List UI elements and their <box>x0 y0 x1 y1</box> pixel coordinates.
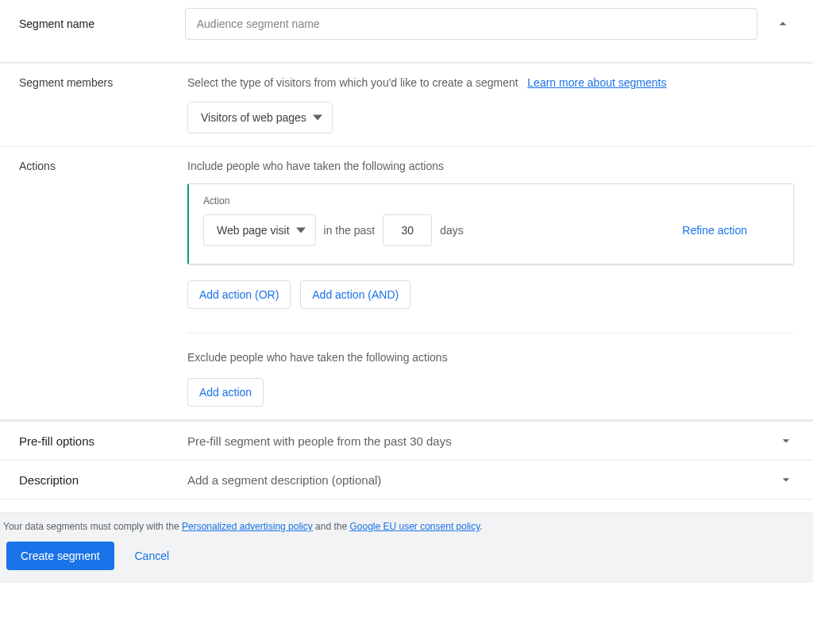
days-suffix-text: days <box>440 224 464 237</box>
add-action-and-button[interactable]: Add action (AND) <box>300 280 410 309</box>
chevron-down-icon <box>778 472 794 488</box>
cancel-button[interactable]: Cancel <box>130 549 175 563</box>
create-segment-button[interactable]: Create segment <box>6 542 114 570</box>
prefill-row[interactable]: Pre-fill options Pre-fill segment with p… <box>0 422 813 461</box>
compliance-text: Your data segments must comply with the … <box>3 521 810 532</box>
segment-name-section: Segment name <box>0 0 813 64</box>
description-row[interactable]: Description Add a segment description (o… <box>0 461 813 499</box>
personalized-policy-link[interactable]: Personalized advertising policy <box>182 521 313 532</box>
action-card: Action Web page visit in the past days R… <box>187 183 794 264</box>
actions-label: Actions <box>19 160 187 407</box>
segment-name-input[interactable] <box>185 8 757 40</box>
add-action-or-button[interactable]: Add action (OR) <box>187 280 291 309</box>
exclude-actions-text: Exclude people who have taken the follow… <box>187 351 794 364</box>
segment-members-label: Segment members <box>19 76 187 133</box>
segment-name-label: Segment name <box>19 17 185 30</box>
action-card-heading: Action <box>203 195 779 206</box>
collapse-segment-name-button[interactable] <box>772 13 794 35</box>
footer: Your data segments must comply with the … <box>0 512 813 583</box>
learn-more-link[interactable]: Learn more about segments <box>527 76 666 89</box>
caret-down-icon <box>296 226 306 235</box>
include-actions-text: Include people who have taken the follow… <box>187 160 794 172</box>
days-input[interactable] <box>383 214 432 246</box>
chevron-down-icon <box>778 433 794 449</box>
eu-consent-policy-link[interactable]: Google EU user consent policy <box>349 521 480 532</box>
description-value: Add a segment description (optional) <box>187 473 778 487</box>
visitor-type-dropdown[interactable]: Visitors of web pages <box>187 102 333 133</box>
description-label: Description <box>19 473 187 487</box>
prefill-value: Pre-fill segment with people from the pa… <box>187 434 778 448</box>
actions-section: Actions Include people who have taken th… <box>0 147 813 419</box>
caret-down-icon <box>313 113 322 122</box>
action-type-value: Web page visit <box>217 224 290 237</box>
in-the-past-text: in the past <box>324 224 376 237</box>
prefill-label: Pre-fill options <box>19 434 187 448</box>
divider <box>187 333 794 334</box>
add-exclude-action-button[interactable]: Add action <box>187 378 264 407</box>
refine-action-link[interactable]: Refine action <box>682 224 747 237</box>
segment-members-section: Segment members Select the type of visit… <box>0 64 813 147</box>
visitor-type-value: Visitors of web pages <box>201 111 306 124</box>
chevron-up-icon <box>775 16 791 32</box>
action-type-dropdown[interactable]: Web page visit <box>203 214 316 246</box>
segment-members-helper: Select the type of visitors from which y… <box>187 76 794 89</box>
